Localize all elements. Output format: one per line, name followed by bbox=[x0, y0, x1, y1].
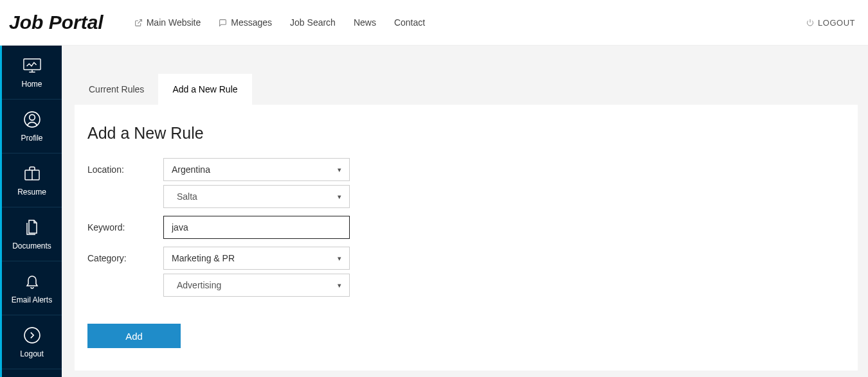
select-category-value: Marketing & PR bbox=[172, 253, 235, 263]
sidebar-item-email-alerts[interactable]: Email Alerts bbox=[2, 261, 62, 315]
sidebar-label: Email Alerts bbox=[12, 295, 52, 304]
select-subcategory[interactable]: Advertising ▾ bbox=[163, 274, 350, 297]
nav-label: Messages bbox=[231, 17, 272, 28]
chevron-down-icon: ▾ bbox=[338, 281, 341, 290]
label-location: Location: bbox=[87, 158, 163, 208]
arrow-circle-icon bbox=[24, 326, 41, 344]
main-area: Current Rules Add a New Rule Add a New R… bbox=[62, 46, 868, 377]
select-country-value: Argentina bbox=[172, 164, 210, 175]
select-region-value: Salta bbox=[172, 191, 197, 202]
external-link-icon bbox=[134, 19, 143, 27]
sidebar-item-logout[interactable]: Logout bbox=[2, 315, 62, 369]
svg-point-6 bbox=[29, 114, 35, 120]
monitor-icon bbox=[23, 57, 41, 75]
label-keyword: Keyword: bbox=[87, 216, 163, 239]
tab-label: Add a New Rule bbox=[172, 84, 237, 94]
tab-current-rules[interactable]: Current Rules bbox=[75, 74, 158, 105]
form-panel: Add a New Rule Location: Argentina ▾ Sal… bbox=[75, 105, 858, 371]
nav-news[interactable]: News bbox=[354, 17, 376, 28]
label-category: Category: bbox=[87, 247, 163, 297]
row-category: Category: Marketing & PR ▾ Advertising ▾ bbox=[87, 247, 845, 297]
power-icon bbox=[806, 19, 814, 26]
tab-label: Current Rules bbox=[89, 84, 144, 94]
sidebar: Home Profile Resume Documents Email Aler… bbox=[0, 46, 62, 377]
chevron-down-icon: ▾ bbox=[338, 254, 341, 263]
svg-line-0 bbox=[138, 19, 141, 23]
logout-label: LOGOUT bbox=[818, 18, 855, 28]
message-icon bbox=[219, 19, 227, 27]
sidebar-item-documents[interactable]: Documents bbox=[2, 207, 62, 261]
nav-job-search[interactable]: Job Search bbox=[290, 17, 336, 28]
logout-link[interactable]: LOGOUT bbox=[806, 18, 855, 28]
nav-label: Contact bbox=[394, 17, 425, 28]
svg-point-9 bbox=[24, 328, 40, 343]
row-keyword: Keyword: bbox=[87, 216, 845, 239]
sidebar-label: Home bbox=[21, 80, 42, 89]
tabs: Current Rules Add a New Rule bbox=[75, 46, 858, 105]
nav-contact[interactable]: Contact bbox=[394, 17, 425, 28]
sidebar-item-profile[interactable]: Profile bbox=[2, 100, 62, 153]
svg-rect-2 bbox=[23, 58, 40, 69]
select-country[interactable]: Argentina ▾ bbox=[163, 158, 350, 181]
nav-main-website[interactable]: Main Website bbox=[134, 17, 201, 28]
select-category[interactable]: Marketing & PR ▾ bbox=[163, 247, 350, 270]
sidebar-item-resume[interactable]: Resume bbox=[2, 153, 62, 207]
sidebar-label: Documents bbox=[12, 241, 51, 250]
top-nav: Main Website Messages Job Search News Co… bbox=[134, 17, 425, 28]
nav-label: News bbox=[354, 17, 376, 28]
user-icon bbox=[24, 110, 41, 128]
select-region[interactable]: Salta ▾ bbox=[163, 185, 350, 208]
bell-icon bbox=[24, 272, 40, 290]
documents-icon bbox=[24, 218, 40, 236]
keyword-input[interactable] bbox=[163, 216, 350, 239]
header: Job Portal Main Website Messages Job Sea… bbox=[0, 0, 868, 46]
logo: Job Portal bbox=[6, 12, 104, 33]
sidebar-label: Logout bbox=[20, 349, 44, 358]
row-location: Location: Argentina ▾ Salta ▾ bbox=[87, 158, 845, 208]
add-button[interactable]: Add bbox=[87, 324, 181, 348]
chevron-down-icon: ▾ bbox=[338, 166, 341, 174]
nav-label: Job Search bbox=[290, 17, 336, 28]
select-subcategory-value: Advertising bbox=[172, 280, 221, 290]
sidebar-label: Profile bbox=[21, 134, 42, 143]
chevron-down-icon: ▾ bbox=[338, 193, 341, 201]
page-title: Add a New Rule bbox=[87, 124, 845, 143]
sidebar-label: Resume bbox=[17, 188, 46, 197]
nav-messages[interactable]: Messages bbox=[219, 17, 272, 28]
briefcase-icon bbox=[24, 164, 41, 182]
nav-label: Main Website bbox=[147, 17, 201, 28]
tab-add-new-rule[interactable]: Add a New Rule bbox=[158, 74, 251, 105]
sidebar-item-home[interactable]: Home bbox=[2, 46, 62, 100]
